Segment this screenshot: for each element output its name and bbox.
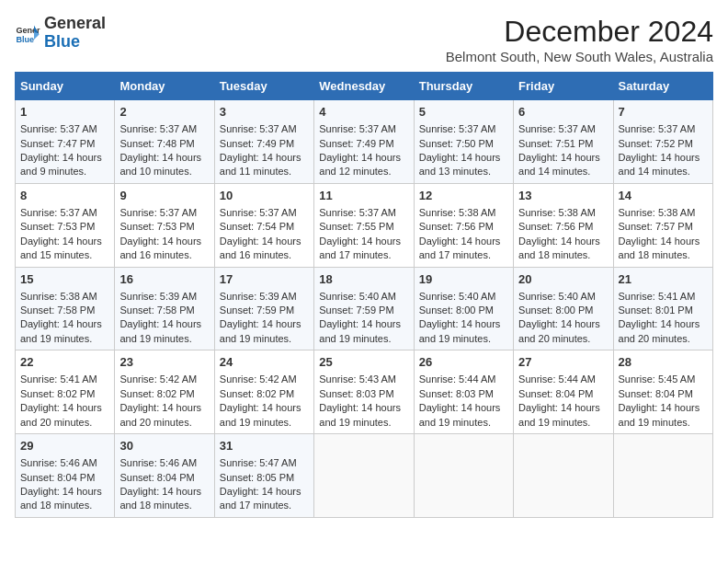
daylight-label: Daylight: 14 hours bbox=[20, 152, 102, 163]
sunrise-text: Sunrise: 5:37 AM bbox=[20, 123, 97, 134]
calendar-cell: 3Sunrise: 5:37 AMSunset: 7:49 PMDaylight… bbox=[214, 100, 313, 184]
daylight-minutes: and 20 minutes. bbox=[119, 417, 191, 428]
daylight-minutes: and 12 minutes. bbox=[319, 166, 391, 177]
sunset-text: Sunset: 7:56 PM bbox=[518, 221, 593, 232]
sunrise-text: Sunrise: 5:47 AM bbox=[220, 457, 297, 468]
sunset-text: Sunset: 8:02 PM bbox=[20, 388, 95, 399]
day-number: 9 bbox=[119, 188, 209, 204]
daylight-minutes: and 20 minutes. bbox=[619, 333, 690, 344]
sunset-text: Sunset: 8:04 PM bbox=[119, 472, 194, 483]
day-header-saturday: Saturday bbox=[613, 73, 712, 100]
sunset-text: Sunset: 7:59 PM bbox=[220, 304, 294, 316]
sunrise-text: Sunrise: 5:37 AM bbox=[619, 123, 696, 134]
sunset-text: Sunset: 7:55 PM bbox=[319, 221, 393, 232]
logo-text: General Blue bbox=[44, 15, 106, 52]
day-number: 1 bbox=[20, 104, 109, 121]
sunset-text: Sunset: 8:04 PM bbox=[20, 472, 95, 483]
sunrise-text: Sunrise: 5:38 AM bbox=[518, 207, 596, 218]
week-row-4: 22Sunrise: 5:41 AMSunset: 8:02 PMDayligh… bbox=[16, 350, 713, 434]
daylight-minutes: and 16 minutes. bbox=[220, 249, 291, 260]
days-header-row: SundayMondayTuesdayWednesdayThursdayFrid… bbox=[16, 73, 713, 100]
daylight-minutes: and 9 minutes. bbox=[20, 166, 86, 177]
sunrise-text: Sunrise: 5:43 AM bbox=[319, 373, 396, 385]
sunrise-text: Sunrise: 5:38 AM bbox=[619, 207, 696, 218]
sunrise-text: Sunrise: 5:46 AM bbox=[20, 457, 97, 468]
calendar-cell: 8Sunrise: 5:37 AMSunset: 7:53 PMDaylight… bbox=[16, 183, 115, 267]
sunrise-text: Sunrise: 5:37 AM bbox=[319, 207, 396, 218]
calendar-cell: 18Sunrise: 5:40 AMSunset: 7:59 PMDayligh… bbox=[314, 267, 414, 350]
daylight-minutes: and 18 minutes. bbox=[518, 249, 590, 260]
daylight-minutes: and 19 minutes. bbox=[319, 417, 391, 428]
day-number: 30 bbox=[119, 438, 209, 454]
sunset-text: Sunset: 8:04 PM bbox=[518, 388, 593, 399]
sunrise-text: Sunrise: 5:42 AM bbox=[220, 373, 297, 385]
daylight-minutes: and 13 minutes. bbox=[419, 166, 491, 177]
calendar-cell: 1Sunrise: 5:37 AMSunset: 7:47 PMDaylight… bbox=[16, 100, 115, 184]
logo: General Blue General Blue bbox=[15, 15, 106, 52]
daylight-minutes: and 19 minutes. bbox=[619, 417, 690, 428]
sunrise-text: Sunrise: 5:37 AM bbox=[119, 123, 197, 134]
sunrise-text: Sunrise: 5:37 AM bbox=[220, 207, 297, 218]
sunrise-text: Sunrise: 5:37 AM bbox=[220, 123, 297, 134]
daylight-label: Daylight: 14 hours bbox=[419, 236, 501, 247]
daylight-minutes: and 19 minutes. bbox=[319, 333, 391, 344]
calendar-cell bbox=[314, 434, 414, 518]
day-number: 16 bbox=[119, 271, 209, 288]
calendar-cell bbox=[613, 434, 712, 518]
daylight-minutes: and 11 minutes. bbox=[220, 166, 291, 177]
daylight-label: Daylight: 14 hours bbox=[319, 152, 401, 163]
calendar-cell: 10Sunrise: 5:37 AMSunset: 7:54 PMDayligh… bbox=[214, 183, 313, 267]
sunrise-text: Sunrise: 5:40 AM bbox=[518, 291, 596, 302]
sunset-text: Sunset: 7:53 PM bbox=[20, 221, 95, 232]
calendar-cell: 26Sunrise: 5:44 AMSunset: 8:03 PMDayligh… bbox=[414, 350, 513, 434]
daylight-label: Daylight: 14 hours bbox=[619, 402, 700, 413]
month-year-title: December 2024 bbox=[446, 15, 713, 49]
sunset-text: Sunset: 7:54 PM bbox=[220, 221, 294, 232]
daylight-label: Daylight: 14 hours bbox=[319, 402, 401, 413]
calendar-cell: 27Sunrise: 5:44 AMSunset: 8:04 PMDayligh… bbox=[514, 350, 613, 434]
day-number: 25 bbox=[319, 354, 408, 371]
daylight-minutes: and 10 minutes. bbox=[119, 166, 191, 177]
svg-text:Blue: Blue bbox=[16, 35, 34, 44]
daylight-label: Daylight: 14 hours bbox=[419, 402, 501, 413]
calendar-cell: 20Sunrise: 5:40 AMSunset: 8:00 PMDayligh… bbox=[514, 267, 613, 350]
day-number: 12 bbox=[419, 188, 508, 204]
day-number: 31 bbox=[220, 438, 309, 454]
sunset-text: Sunset: 7:56 PM bbox=[419, 221, 494, 232]
calendar-cell: 28Sunrise: 5:45 AMSunset: 8:04 PMDayligh… bbox=[613, 350, 712, 434]
day-number: 2 bbox=[119, 104, 209, 121]
daylight-label: Daylight: 14 hours bbox=[419, 318, 501, 329]
sunrise-text: Sunrise: 5:40 AM bbox=[419, 291, 496, 302]
sunrise-text: Sunrise: 5:45 AM bbox=[619, 373, 696, 385]
day-number: 3 bbox=[220, 104, 309, 121]
sunset-text: Sunset: 8:02 PM bbox=[119, 388, 194, 399]
daylight-label: Daylight: 14 hours bbox=[220, 402, 301, 413]
sunset-text: Sunset: 8:00 PM bbox=[419, 304, 494, 316]
sunrise-text: Sunrise: 5:39 AM bbox=[119, 291, 197, 302]
sunset-text: Sunset: 7:59 PM bbox=[319, 304, 393, 316]
sunrise-text: Sunrise: 5:37 AM bbox=[419, 123, 496, 134]
daylight-minutes: and 17 minutes. bbox=[220, 500, 291, 511]
calendar-cell: 24Sunrise: 5:42 AMSunset: 8:02 PMDayligh… bbox=[214, 350, 313, 434]
day-number: 8 bbox=[20, 188, 109, 204]
day-number: 11 bbox=[319, 188, 408, 204]
week-row-5: 29Sunrise: 5:46 AMSunset: 8:04 PMDayligh… bbox=[16, 434, 713, 518]
daylight-minutes: and 16 minutes. bbox=[119, 249, 191, 260]
week-row-3: 15Sunrise: 5:38 AMSunset: 7:58 PMDayligh… bbox=[16, 267, 713, 350]
sunrise-text: Sunrise: 5:41 AM bbox=[619, 291, 696, 302]
daylight-minutes: and 19 minutes. bbox=[518, 417, 590, 428]
day-number: 5 bbox=[419, 104, 508, 121]
sunset-text: Sunset: 7:53 PM bbox=[119, 221, 194, 232]
daylight-minutes: and 19 minutes. bbox=[419, 333, 491, 344]
calendar-cell: 23Sunrise: 5:42 AMSunset: 8:02 PMDayligh… bbox=[115, 350, 214, 434]
day-number: 22 bbox=[20, 354, 109, 371]
calendar-cell bbox=[514, 434, 613, 518]
daylight-label: Daylight: 14 hours bbox=[220, 318, 301, 329]
daylight-label: Daylight: 14 hours bbox=[619, 152, 700, 163]
daylight-minutes: and 15 minutes. bbox=[20, 249, 92, 260]
page-header: General Blue General Blue December 2024 … bbox=[15, 15, 713, 64]
sunset-text: Sunset: 7:49 PM bbox=[319, 138, 393, 149]
daylight-label: Daylight: 14 hours bbox=[518, 402, 600, 413]
calendar-cell: 16Sunrise: 5:39 AMSunset: 7:58 PMDayligh… bbox=[115, 267, 214, 350]
day-number: 26 bbox=[419, 354, 508, 371]
